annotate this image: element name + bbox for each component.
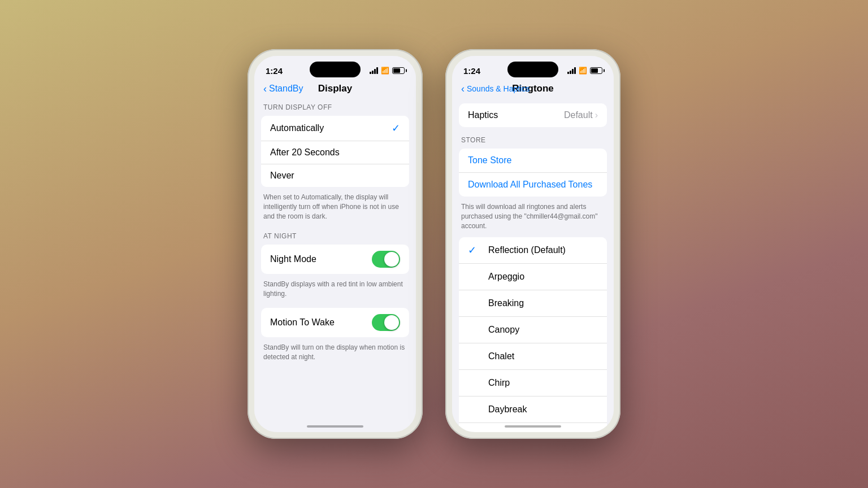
ringtone-item-chalet[interactable]: ✓ Chalet (459, 343, 607, 370)
haptics-group: Haptics Default › (459, 103, 607, 127)
night-mode-toggle[interactable] (372, 251, 400, 268)
back-label-right: Sounds & Haptics (467, 84, 530, 93)
ringtone-item-reflection[interactable]: ✓ Reflection (Default) (459, 237, 607, 264)
store-section: Tone Store Download All Purchased Tones (459, 149, 607, 197)
haptics-row[interactable]: Haptics Default › (459, 103, 607, 127)
battery-icon (392, 67, 405, 74)
download-tones-label: Download All Purchased Tones (468, 180, 592, 189)
status-icons-right: 📶 (567, 67, 602, 75)
automatically-label: Automatically (270, 123, 324, 133)
back-label-left: StandBy (269, 84, 303, 94)
section-turn-display-off: TURN DISPLAY OFF (254, 99, 416, 114)
haptics-default-text: Default (564, 110, 593, 120)
store-footer: This will download all ringtones and ale… (452, 199, 614, 237)
download-tones-item[interactable]: Download All Purchased Tones (459, 173, 607, 197)
phone-right: 1:24 📶 ‹ (445, 49, 620, 439)
battery-icon-right (590, 67, 602, 74)
nav-title-left: Display (318, 83, 352, 94)
haptics-label: Haptics (468, 110, 498, 120)
ringtones-list: ✓ Reflection (Default) ✓ Arpeggio ✓ Brea… (459, 237, 607, 432)
check-automatically: ✓ (392, 122, 400, 134)
display-footer: When set to Automatically, the display w… (254, 189, 416, 228)
night-mode-footer: StandBy displays with a red tint in low … (254, 276, 416, 306)
motion-wake-toggle[interactable] (372, 314, 400, 331)
nav-bar-right: ‹ Sounds & Haptics Ringtone (452, 81, 614, 99)
chevron-left-icon: ‹ (263, 83, 267, 95)
time-right: 1:24 (463, 66, 480, 76)
haptics-value: Default › (564, 110, 598, 120)
status-bar-right: 1:24 📶 (452, 56, 614, 81)
ringtone-label-chalet: Chalet (488, 351, 514, 361)
never-label: Never (270, 171, 294, 181)
ringtone-label-reflection: Reflection (Default) (488, 245, 566, 255)
section-store: STORE (452, 132, 614, 146)
status-bar-left: 1:24 📶 (254, 56, 416, 81)
chevron-left-icon-right: ‹ (461, 83, 465, 95)
back-button-right[interactable]: ‹ Sounds & Haptics (461, 83, 530, 95)
ringtone-item-chirp[interactable]: ✓ Chirp (459, 370, 607, 396)
tone-store-item[interactable]: Tone Store (459, 149, 607, 173)
wifi-icon: 📶 (381, 67, 389, 75)
ringtone-item-canopy[interactable]: ✓ Canopy (459, 317, 607, 343)
list-item-automatically[interactable]: Automatically ✓ (261, 116, 409, 141)
nav-bar-left: ‹ StandBy Display (254, 81, 416, 99)
chevron-right-icon-haptics: › (595, 110, 598, 120)
ringtone-label-breaking: Breaking (488, 298, 524, 308)
ringtone-label-daybreak: Daybreak (488, 404, 527, 415)
home-indicator-right (505, 425, 561, 428)
motion-wake-list: Motion To Wake (261, 308, 409, 337)
check-reflection: ✓ (468, 244, 479, 256)
section-at-night: AT NIGHT (254, 228, 416, 242)
signal-icon (370, 67, 378, 74)
ringtone-item-daybreak[interactable]: ✓ Daybreak (459, 396, 607, 423)
list-item-night-mode[interactable]: Night Mode (261, 245, 409, 274)
tone-store-label: Tone Store (468, 155, 511, 165)
ringtone-label-departure: Departure (488, 431, 528, 432)
dynamic-island-left (310, 62, 361, 77)
home-indicator-left (307, 425, 363, 428)
signal-icon-right (567, 67, 576, 74)
back-button-left[interactable]: ‹ StandBy (263, 83, 303, 95)
ringtone-label-chirp: Chirp (488, 378, 510, 388)
ringtone-item-arpeggio[interactable]: ✓ Arpeggio (459, 264, 607, 290)
display-options-list: Automatically ✓ After 20 Seconds Never (261, 116, 409, 187)
after20-label: After 20 Seconds (270, 147, 340, 158)
list-item-never[interactable]: Never (261, 164, 409, 187)
dynamic-island-right (507, 62, 558, 77)
wifi-icon-right: 📶 (579, 67, 587, 75)
ringtone-item-breaking[interactable]: ✓ Breaking (459, 290, 607, 317)
night-mode-label: Night Mode (270, 254, 316, 264)
ringtone-label-canopy: Canopy (488, 325, 519, 335)
ringtone-label-arpeggio: Arpeggio (488, 272, 524, 282)
list-item-after20[interactable]: After 20 Seconds (261, 141, 409, 164)
ringtone-item-departure[interactable]: ✓ Departure (459, 423, 607, 432)
motion-footer: StandBy will turn on the display when mo… (254, 339, 416, 369)
status-icons-left: 📶 (370, 67, 405, 75)
time-left: 1:24 (266, 66, 283, 76)
night-mode-list: Night Mode (261, 245, 409, 274)
phone-left: 1:24 📶 ‹ (248, 49, 423, 439)
motion-wake-label: Motion To Wake (270, 317, 335, 328)
list-item-motion-wake[interactable]: Motion To Wake (261, 308, 409, 337)
